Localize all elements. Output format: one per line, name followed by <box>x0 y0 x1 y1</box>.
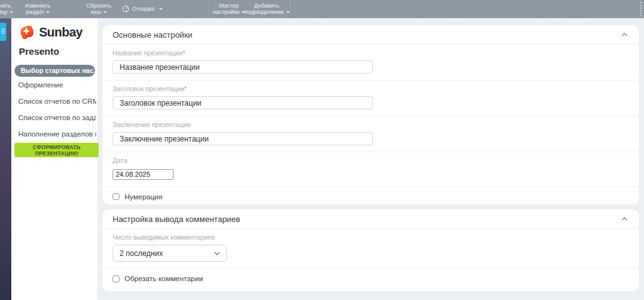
caret-down-icon <box>103 11 107 13</box>
collapse-panel-button[interactable] <box>620 31 629 38</box>
comments-settings-header: Настройка вывода комментариев <box>103 209 639 229</box>
numbering-checkbox[interactable] <box>113 193 119 200</box>
chevron-up-icon <box>621 217 628 221</box>
chevron-down-icon <box>214 252 220 255</box>
field-group-conclusion: Заключение презентации <box>103 116 639 152</box>
field-label: Дата <box>113 157 629 164</box>
toolbar-reset-cache-button[interactable]: Сбросить кеш <box>74 3 123 15</box>
collapse-panel-button[interactable] <box>620 216 629 222</box>
chevron-up-icon <box>621 33 628 36</box>
gauge-icon <box>122 5 130 13</box>
field-label: Заголовок презентации* <box>113 85 629 92</box>
comments-count-select[interactable]: 2 последних <box>113 245 227 262</box>
basic-settings-panel: Основные настройки Название презентации*… <box>103 25 639 204</box>
sunbay-spark-icon <box>19 24 35 40</box>
sidebar-item-crm-reports[interactable]: Список отчетов по CRM <box>18 97 96 105</box>
panel-title: Настройка вывода комментариев <box>113 214 240 224</box>
field-group-date: Дата <box>103 152 639 186</box>
field-label: Заключение презентации <box>113 121 629 128</box>
caret-down-icon <box>286 11 290 13</box>
checkbox-label: Нумерация <box>125 193 162 201</box>
select-value: 2 последних <box>119 249 163 258</box>
panel-title: Основные настройки <box>113 30 192 40</box>
field-label: Название презентации* <box>113 49 629 57</box>
toolbar-drag-handle[interactable] <box>640 2 641 16</box>
comments-settings-panel: Настройка вывода комментариев Число выво… <box>103 209 639 291</box>
trim-comments-checkbox-row: Обрезать комментарии <box>103 268 639 289</box>
field-label: Число выводимых комментариев <box>113 233 629 241</box>
toolbar-add-subdivision-button[interactable]: Добавить подразделение <box>238 3 296 15</box>
sidebar: Sunbay Presento Выбор стартовых нас... О… <box>11 18 97 300</box>
caret-down-icon <box>159 8 163 10</box>
checkbox-label: Обрезать комментарии <box>125 275 203 282</box>
caret-down-icon <box>46 11 50 13</box>
desktop-background-strip <box>0 18 11 300</box>
logo-text: Sunbay <box>39 25 82 40</box>
sidebar-item-section-content[interactable]: Наполнение разделов п... <box>18 130 96 138</box>
sunbay-logo: Sunbay <box>19 24 82 40</box>
admin-toolbar: Изменить страницу Изменить раздел SEO Сб… <box>0 0 644 18</box>
sidebar-item-design[interactable]: Оформление <box>18 81 96 89</box>
toolbar-edit-section-button[interactable]: Изменить раздел <box>13 3 63 15</box>
numbering-checkbox-row: Нумерация <box>103 186 639 205</box>
sidebar-item-task-reports[interactable]: Список отчетов по зада... <box>18 114 96 121</box>
field-group-comments-count: Число выводимых комментариев 2 последних <box>103 229 639 268</box>
presentation-conclusion-input[interactable] <box>113 132 373 145</box>
field-group-title: Заголовок презентации* <box>103 80 639 116</box>
main-content: Основные настройки Название презентации*… <box>97 18 644 300</box>
date-input[interactable] <box>113 169 174 180</box>
field-group-name: Название презентации* <box>103 45 639 80</box>
generate-presentation-button[interactable]: СФОРМИРОВАТЬ ПРЕЗЕНТАЦИЮ <box>14 143 99 157</box>
presentation-title-input[interactable] <box>113 96 373 109</box>
basic-settings-header: Основные настройки <box>103 25 639 45</box>
app-title: Presento <box>19 46 59 57</box>
presentation-name-input[interactable] <box>113 60 373 74</box>
trim-comments-checkbox[interactable] <box>113 275 119 282</box>
toolbar-debug-button[interactable]: Отладка <box>122 5 163 13</box>
admin-panel-toggle-tab[interactable] <box>0 23 6 41</box>
sidebar-item-start-settings-selected[interactable]: Выбор стартовых нас... <box>14 65 95 77</box>
